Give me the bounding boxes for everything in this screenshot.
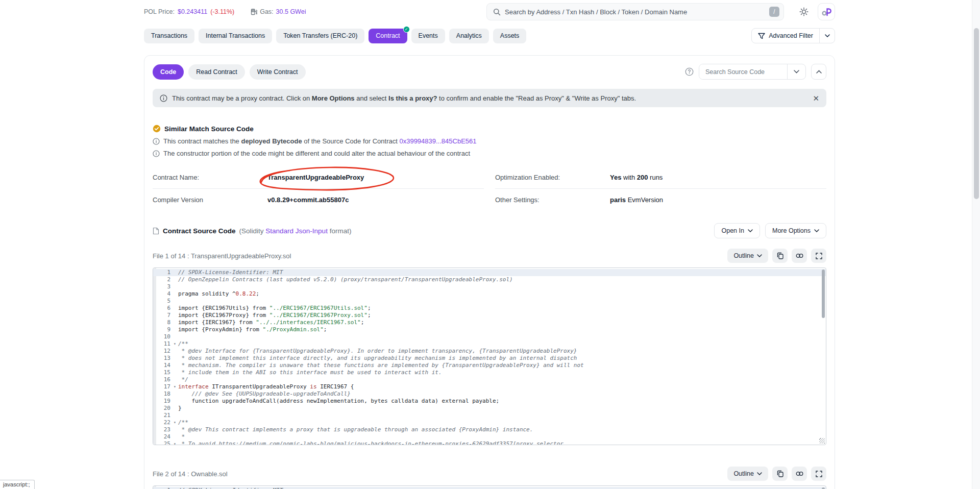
advanced-filter-button[interactable]: Advanced Filter [751,28,835,43]
line-number[interactable]: 14 [153,362,172,369]
line-number[interactable]: 9 [153,326,172,333]
pol-price-value[interactable]: $0.243411 [178,8,207,15]
tab-events[interactable]: Events [411,29,445,43]
code-line: 14 * mechanism. The compiler is unaware … [153,362,826,369]
outline-button[interactable]: Outline [727,249,768,263]
contract-panel: Code Read Contract Write Contract [144,55,835,489]
search-input[interactable] [505,8,765,16]
proxy-notice-banner: This contract may be a proxy contract. C… [153,89,826,107]
tab-internal-transactions[interactable]: Internal Transactions [199,29,272,43]
page-scrollbar[interactable] [972,0,980,489]
code-text: function upgradeToAndCall(address newImp… [178,398,499,405]
fold-caret-icon[interactable]: ▾ [172,419,178,426]
code-line: 17▾interface ITransparentUpgradeableProx… [153,383,826,390]
line-number[interactable]: 17 [153,383,172,390]
code-line: 6import {ERC1967Utils} from "../ERC1967/… [153,305,826,312]
code-line: 3 [153,283,826,290]
file-2-header: File 2 of 14 : Ownable.sol Outline [153,467,826,481]
polygonscan-logo-button[interactable] [818,3,835,20]
line-number[interactable]: 4 [153,290,172,298]
line-number[interactable]: 6 [153,305,172,312]
permalink-icon[interactable] [792,467,807,481]
tab-code[interactable]: Code [153,64,184,80]
code-viewer-file-1[interactable]: 1// SPDX-License-Identifier: MIT2// Open… [153,267,826,445]
tab-token-transfers-erc-20[interactable]: Token Transfers (ERC-20) [276,29,364,43]
code-line: 9import {ProxyAdmin} from "./ProxyAdmin.… [153,326,826,333]
tab-assets[interactable]: Assets [493,29,527,43]
line-number[interactable]: 7 [153,312,172,319]
tab-analytics[interactable]: Analytics [449,29,489,43]
fold-spacer [172,326,178,333]
gas-pump-icon [251,8,257,15]
fold-caret-icon[interactable]: ▾ [172,340,178,348]
code-text: // SPDX-License-Identifier: MIT [178,269,283,276]
more-options-button[interactable]: More Options [765,223,826,238]
resize-handle[interactable] [819,438,825,444]
open-in-button[interactable]: Open In [714,223,760,238]
address-tabs: TransactionsInternal TransactionsToken T… [144,29,526,43]
line-number[interactable]: 1 [153,487,172,489]
code-text: import {ERC1967Utils} from "../ERC1967/E… [178,305,371,312]
line-number[interactable]: 2 [153,276,172,283]
search-source-code-input[interactable] [699,64,787,79]
code-text: /** [178,419,188,426]
fullscreen-icon[interactable] [811,467,826,481]
line-number[interactable]: 18 [153,390,172,398]
collapse-section-button[interactable] [811,64,826,80]
page-scrollbar-thumb[interactable] [974,28,979,199]
line-number[interactable]: 11 [153,340,172,348]
advanced-filter-dropdown[interactable] [819,29,835,43]
line-number[interactable]: 1 [153,269,172,276]
line-number[interactable]: 12 [153,348,172,355]
gas-value[interactable]: 30.5 GWei [276,8,306,15]
line-number[interactable]: 19 [153,398,172,405]
line-number[interactable]: 24 [153,433,172,441]
gas-label: Gas: [260,8,273,15]
code-text: * To avoid https://medium.com/nomic-labs… [178,441,564,445]
tab-read-contract[interactable]: Read Contract [188,64,245,80]
line-number[interactable]: 3 [153,283,172,290]
permalink-icon[interactable] [792,249,807,263]
line-number[interactable]: 8 [153,319,172,326]
line-number[interactable]: 16 [153,376,172,383]
theme-toggle-button[interactable] [796,4,812,19]
code-line: 10 [153,333,826,340]
line-number[interactable]: 15 [153,369,172,376]
fold-spacer [172,269,178,276]
line-number[interactable]: 10 [153,333,172,340]
line-number[interactable]: 25 [153,441,172,445]
global-search[interactable]: / [486,3,784,20]
tab-transactions[interactable]: Transactions [144,29,194,43]
fold-caret-icon[interactable]: ▾ [172,383,178,390]
json-input-format-link[interactable]: Standard Json-Input [265,227,328,235]
code-text: /** [178,340,188,348]
fold-caret-icon[interactable]: ▾ [172,441,178,445]
fold-spacer [172,333,178,340]
line-number[interactable]: 5 [153,298,172,305]
line-number[interactable]: 13 [153,355,172,362]
copy-icon[interactable] [772,249,788,263]
contract-name-label: Contract Name: [153,174,267,181]
code-scrollbar[interactable] [822,270,825,318]
close-icon[interactable]: ✕ [813,94,819,102]
code-text: * @dev Interface for {TransparentUpgrade… [178,348,577,355]
copy-icon[interactable] [772,467,788,481]
source-code-search [699,64,806,80]
code-line: 4pragma solidity ^0.8.22; [153,290,826,298]
fullscreen-icon[interactable] [811,249,826,263]
line-number[interactable]: 22 [153,419,172,426]
code-viewer-file-2[interactable]: 1// SPDX-License-Identifier: MIT2// Open… [153,485,826,489]
code-line: 24 * [153,433,826,441]
tab-contract[interactable]: Contract✓ [369,29,407,43]
line-number[interactable]: 20 [153,405,172,412]
code-text: * @dev This contract implements a proxy … [178,426,533,433]
matched-contract-link[interactable]: 0x39994839...845CbE561 [399,137,476,145]
line-number[interactable]: 23 [153,426,172,433]
outline-button[interactable]: Outline [727,467,768,481]
search-next-match-button[interactable] [787,64,805,79]
line-number[interactable]: 21 [153,412,172,419]
code-text: pragma solidity ^0.8.22; [178,290,259,298]
file-2-title: File 2 of 14 : Ownable.sol [153,470,228,478]
help-icon[interactable] [685,67,694,76]
tab-write-contract[interactable]: Write Contract [250,64,306,80]
